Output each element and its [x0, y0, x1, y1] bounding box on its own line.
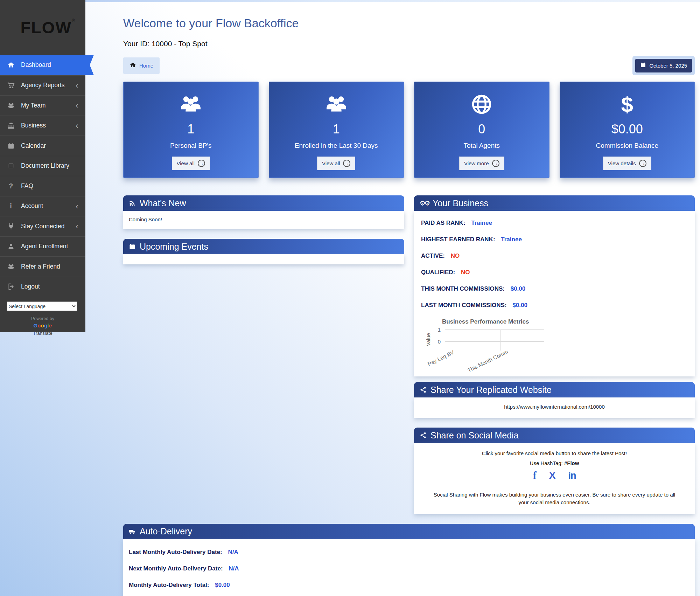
- page-title: Welcome to your Flow Backoffice: [123, 16, 695, 30]
- date-button[interactable]: October 5, 2025: [635, 59, 692, 72]
- registered-mark: ®: [72, 18, 75, 23]
- sidebar-item-account[interactable]: i Account ‹: [0, 196, 85, 216]
- gears-icon: ⚙⚙: [420, 199, 429, 207]
- sidebar-item-faq[interactable]: ? FAQ: [0, 176, 85, 196]
- main-content: Welcome to your Flow Backoffice Your ID:…: [85, 0, 700, 596]
- whats-new-body: Coming Soon!: [123, 211, 404, 229]
- chevron-left-icon: ‹: [76, 202, 78, 210]
- linkedin-icon[interactable]: in: [568, 470, 576, 481]
- chevron-left-icon: ‹: [76, 122, 78, 130]
- share-icon: [420, 432, 427, 439]
- replicated-website-body: https://www.myflowinternational.com/1000…: [414, 397, 695, 418]
- panel-title: Your Business: [433, 198, 488, 208]
- home-icon: [6, 61, 15, 69]
- stat-card-commission-balance: $ $0.00 Commission Balance View details …: [560, 82, 695, 178]
- auto-delivery-header: Auto-Delivery: [123, 524, 695, 539]
- view-all-button[interactable]: View all →: [317, 157, 355, 170]
- powered-by-label: Powered by: [0, 316, 85, 322]
- sidebar-item-stay-connected[interactable]: Stay Connected ‹: [0, 216, 85, 236]
- stat-value: 1: [187, 122, 194, 137]
- view-all-button[interactable]: View all →: [172, 157, 210, 170]
- upcoming-events-header: Upcoming Events: [123, 239, 404, 254]
- cart-icon: [6, 81, 15, 90]
- logout-icon: [6, 283, 15, 291]
- dollar-icon: $: [621, 91, 633, 118]
- stat-label: Enrolled in the Last 30 Days: [295, 142, 378, 150]
- stat-value: 1: [333, 122, 340, 137]
- calendar-icon: [6, 141, 15, 150]
- view-more-button[interactable]: View more →: [459, 157, 504, 170]
- document-library-icon: [6, 162, 15, 170]
- flow-logo: FLOW®: [0, 0, 85, 55]
- home-icon: [130, 62, 136, 70]
- sidebar-item-document-library[interactable]: Document Library: [0, 156, 85, 176]
- sidebar-nav: Dashboard Agency Reports ‹ My Team ‹ Bus…: [0, 55, 85, 297]
- panel-title: Share on Social Media: [430, 430, 519, 441]
- date-widget: October 5, 2025: [632, 56, 695, 75]
- calendar-icon: [640, 62, 646, 69]
- arrow-right-icon: →: [198, 160, 205, 167]
- calendar-icon: [129, 243, 136, 250]
- business-performance-chart: Business Performance Metrics Value 1 0: [426, 318, 573, 372]
- language-select[interactable]: Select Language: [7, 302, 77, 311]
- globe-icon: [470, 91, 493, 118]
- business-row: HIGHEST EARNED RANK: Trainee: [421, 236, 688, 243]
- stat-label: Commission Balance: [596, 142, 658, 150]
- whats-new-panel: What's New Coming Soon!: [123, 195, 404, 229]
- share-icon: [420, 386, 427, 393]
- google-translate-attribution: Powered by Google Translate: [0, 316, 85, 337]
- chart-title: Business Performance Metrics: [442, 318, 573, 325]
- bank-icon: [6, 122, 15, 130]
- home-button[interactable]: Home: [123, 57, 160, 74]
- stat-card-total-agents: 0 Total Agents View more →: [414, 82, 550, 178]
- users-icon: [180, 91, 202, 118]
- replicated-website-header: Share Your Replicated Website: [414, 382, 695, 397]
- users-icon: [6, 101, 15, 110]
- chart-x-label: Pay Leg BV: [427, 349, 455, 367]
- business-row: QUALIFIED: NO: [421, 269, 688, 276]
- auto-delivery-row: Last Monthly Auto-Delivery Date: N/A: [129, 549, 688, 556]
- plug-icon: [6, 222, 15, 230]
- sidebar-item-my-team[interactable]: My Team ‹: [0, 95, 85, 116]
- facebook-icon[interactable]: f: [533, 469, 536, 482]
- auto-delivery-body: Last Monthly Auto-Delivery Date: N/A Nex…: [123, 539, 695, 596]
- panel-title: Upcoming Events: [140, 242, 208, 252]
- panel-title: What's New: [140, 198, 186, 208]
- sidebar-item-agency-reports[interactable]: Agency Reports ‹: [0, 75, 85, 96]
- person-icon: [6, 242, 15, 251]
- panel-title: Auto-Delivery: [140, 526, 192, 536]
- stat-label: Personal BP's: [170, 142, 212, 150]
- sidebar-item-calendar[interactable]: Calendar: [0, 136, 85, 156]
- arrow-right-icon: →: [492, 160, 499, 167]
- users-icon: [325, 91, 348, 118]
- question-icon: ?: [6, 182, 15, 190]
- sidebar-item-logout[interactable]: Logout: [0, 277, 85, 297]
- business-row: LAST MONTH COMMISSIONS: $0.00: [421, 302, 688, 309]
- google-logo: Google: [0, 322, 85, 330]
- replicated-website-link[interactable]: https://www.myflowinternational.com/1000…: [504, 404, 605, 410]
- your-business-panel: ⚙⚙ Your Business PAID AS RANK: Trainee H…: [414, 195, 695, 376]
- social-media-body: Click your favorite social media button …: [414, 443, 695, 514]
- sidebar: FLOW® Dashboard Agency Reports ‹ My Team…: [0, 0, 85, 332]
- chart-x-label: This Month Comm: [467, 348, 509, 374]
- panel-title: Share Your Replicated Website: [430, 385, 552, 395]
- flow-logo-text: FLOW: [20, 18, 71, 37]
- info-icon: i: [6, 202, 15, 210]
- sidebar-item-refer-a-friend[interactable]: Refer a Friend: [0, 256, 85, 277]
- chevron-left-icon: ‹: [76, 81, 78, 90]
- business-row: THIS MONTH COMMISSIONS: $0.00: [421, 285, 688, 292]
- social-media-panel: Share on Social Media Click your favorit…: [414, 428, 695, 514]
- translate-label: Translate: [0, 330, 85, 337]
- rss-icon: [129, 200, 136, 207]
- upcoming-events-body: [123, 254, 404, 264]
- sidebar-item-business[interactable]: Business ‹: [0, 116, 85, 136]
- stat-value: 0: [478, 122, 485, 137]
- x-twitter-icon[interactable]: X: [549, 470, 556, 481]
- sidebar-item-dashboard[interactable]: Dashboard: [0, 55, 85, 75]
- chart-y-tick: 1: [432, 327, 441, 333]
- sidebar-item-agent-enrollment[interactable]: Agent Enrollment: [0, 236, 85, 257]
- business-row: PAID AS RANK: Trainee: [421, 220, 688, 227]
- view-details-button[interactable]: View details →: [603, 157, 651, 170]
- truck-icon: [129, 528, 136, 535]
- chevron-left-icon: ‹: [76, 101, 78, 110]
